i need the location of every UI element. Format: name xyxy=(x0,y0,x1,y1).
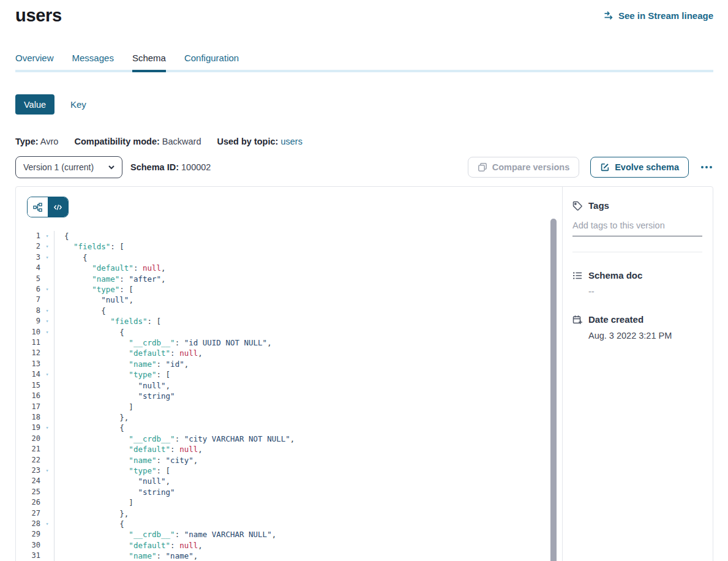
code-line: 15 "null", xyxy=(16,380,562,391)
line-number: 30 xyxy=(16,540,40,551)
value-key-toggle: Value Key xyxy=(15,94,713,115)
page-title: users xyxy=(15,5,62,26)
code-line: 20 "__crdb__": "city VARCHAR NOT NULL", xyxy=(16,434,562,444)
fold-toggle-icon[interactable]: ▾ xyxy=(40,519,54,529)
code-line: 13 "name": "id", xyxy=(16,359,562,369)
line-number: 20 xyxy=(16,434,40,444)
schema-doc-section: Schema doc -- xyxy=(572,270,702,296)
code-line: 12 "default": null, xyxy=(16,348,562,358)
fold-toggle-icon[interactable]: ▾ xyxy=(40,369,54,380)
code-line: 18 }, xyxy=(16,412,562,423)
more-menu-button[interactable] xyxy=(700,162,713,172)
fold-toggle-icon[interactable]: ▾ xyxy=(40,306,54,316)
code-line: 17 ] xyxy=(16,402,562,412)
tab-schema[interactable]: Schema xyxy=(132,53,166,72)
code-line: 8▾ { xyxy=(16,306,562,316)
code-line: 10▾ { xyxy=(16,327,562,337)
schema-code-column: 1▾{2▾ "fields": [3▾ {4 "default": null,5… xyxy=(16,187,562,561)
line-number: 19 xyxy=(16,423,40,433)
schema-doc-heading: Schema doc xyxy=(588,270,642,280)
version-select-wrap: Version 1 (current) xyxy=(15,156,122,178)
tree-view-button[interactable] xyxy=(28,197,48,217)
code-scrollbar-track[interactable] xyxy=(550,219,557,561)
view-mode-segmented-control xyxy=(27,197,69,217)
date-created-section: Date created Aug. 3 2022 3:21 PM xyxy=(572,314,702,341)
line-number: 11 xyxy=(16,337,40,348)
code-line: 16 "string" xyxy=(16,391,562,401)
code-line: 22 "name": "city", xyxy=(16,455,562,465)
line-number: 31 xyxy=(16,551,40,561)
line-number: 5 xyxy=(16,274,40,284)
code-scrollbar-thumb[interactable] xyxy=(550,219,557,561)
tab-messages[interactable]: Messages xyxy=(72,53,114,70)
code-view-button[interactable] xyxy=(48,197,68,217)
stream-lineage-label: See in Stream lineage xyxy=(618,10,713,21)
line-number: 15 xyxy=(16,380,40,391)
code-line: 23▾ "type": [ xyxy=(16,465,562,476)
line-number: 27 xyxy=(16,508,40,519)
tab-configuration[interactable]: Configuration xyxy=(184,53,239,70)
tree-view-icon xyxy=(33,203,42,212)
code-editor: 1▾{2▾ "fields": [3▾ {4 "default": null,5… xyxy=(16,219,562,561)
fold-toggle-icon[interactable]: ▾ xyxy=(40,316,54,326)
evolve-schema-icon xyxy=(600,162,610,172)
line-number: 24 xyxy=(16,476,40,486)
line-number: 3 xyxy=(16,252,40,263)
fold-toggle-icon[interactable]: ▾ xyxy=(40,284,54,295)
stream-lineage-link[interactable]: See in Stream lineage xyxy=(604,10,713,21)
version-bar: Version 1 (current) Schema ID: 100002 Co… xyxy=(15,156,713,178)
tags-heading: Tags xyxy=(588,200,609,211)
line-number: 17 xyxy=(16,402,40,412)
fold-toggle-icon[interactable]: ▾ xyxy=(40,252,54,263)
version-select[interactable]: Version 1 (current) xyxy=(15,156,122,178)
topic-link[interactable]: users xyxy=(280,137,302,146)
line-number: 26 xyxy=(16,497,40,508)
code-line: 28▾ { xyxy=(16,519,562,529)
line-number: 21 xyxy=(16,444,40,454)
code-line: 11 "__crdb__": "id UUID NOT NULL", xyxy=(16,337,562,348)
code-line: 3▾ { xyxy=(16,252,562,263)
compare-versions-button[interactable]: Compare versions xyxy=(468,157,580,178)
compare-versions-icon xyxy=(478,162,487,172)
fold-toggle-icon[interactable]: ▾ xyxy=(40,327,54,337)
line-number: 2 xyxy=(16,241,40,252)
add-tags-input[interactable] xyxy=(572,218,702,236)
value-toggle-button[interactable]: Value xyxy=(15,94,54,115)
date-created-heading-row: Date created xyxy=(572,314,702,325)
key-toggle-link[interactable]: Key xyxy=(70,99,86,110)
fold-toggle-icon[interactable]: ▾ xyxy=(40,423,54,433)
fold-toggle-icon[interactable]: ▾ xyxy=(40,231,54,241)
line-number: 29 xyxy=(16,529,40,540)
line-number: 22 xyxy=(16,455,40,465)
code-line: 6▾ "type": [ xyxy=(16,284,562,295)
code-lines: 1▾{2▾ "fields": [3▾ {4 "default": null,5… xyxy=(16,219,562,561)
line-number: 12 xyxy=(16,348,40,358)
fold-toggle-icon[interactable]: ▾ xyxy=(40,241,54,252)
date-created-value: Aug. 3 2022 3:21 PM xyxy=(588,331,702,341)
schema-doc-heading-row: Schema doc xyxy=(572,270,702,280)
code-line: 27 }, xyxy=(16,508,562,519)
code-line: 9▾ "fields": [ xyxy=(16,316,562,326)
line-number: 23 xyxy=(16,465,40,476)
line-number: 6 xyxy=(16,284,40,295)
line-number: 16 xyxy=(16,391,40,401)
used-by-topic: Used by topic: users xyxy=(217,137,302,146)
list-icon xyxy=(572,271,582,280)
tab-bar: Overview Messages Schema Configuration xyxy=(15,53,713,72)
schema-type: Type: Avro xyxy=(15,137,58,146)
line-number: 10 xyxy=(16,327,40,337)
fold-toggle-icon[interactable]: ▾ xyxy=(40,465,54,476)
line-number: 13 xyxy=(16,359,40,369)
line-number: 28 xyxy=(16,519,40,529)
stream-lineage-icon xyxy=(604,11,614,20)
line-number: 25 xyxy=(16,487,40,497)
line-number: 7 xyxy=(16,295,40,305)
line-number: 4 xyxy=(16,263,40,273)
line-number: 1 xyxy=(16,231,40,241)
tab-overview[interactable]: Overview xyxy=(15,53,54,70)
line-number: 18 xyxy=(16,412,40,423)
code-line: 26 ] xyxy=(16,497,562,508)
evolve-schema-button[interactable]: Evolve schema xyxy=(590,157,689,178)
code-line: 29 "__crdb__": "name VARCHAR NULL", xyxy=(16,529,562,540)
line-number: 8 xyxy=(16,306,40,316)
